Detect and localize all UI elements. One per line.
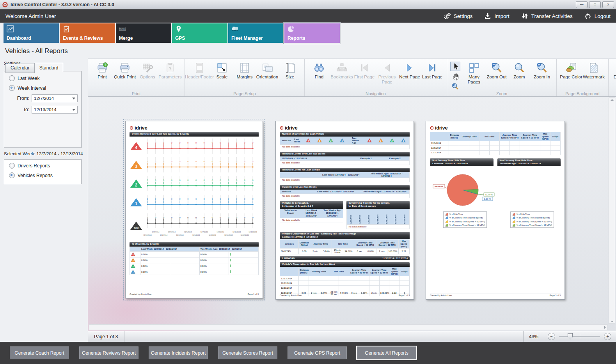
zoom-in-button[interactable]: Zoom In [531,61,553,80]
zoom-in-button[interactable]: + [604,333,611,340]
report-page-number: Page 2 of 3 [399,294,410,297]
to-date-combobox[interactable]: 12/13/2014 [32,106,78,114]
radio-vehicles-reports[interactable]: Vehicles Reports [9,172,81,178]
idrive-logo-icon [130,126,133,130]
nav-tab-fleet-manager[interactable]: Fleet Manager [228,23,284,43]
top-action-transfer-activities[interactable]: Transfer Activities [521,12,573,20]
generate-scores-report-button[interactable]: Generate Scores Report [218,346,277,359]
svg-text:MERGE: MERGE [119,28,126,30]
zoom-slider[interactable] [559,336,600,337]
svg-text:0: 0 [204,198,205,200]
last-page-button[interactable]: Last Page [421,61,444,80]
gps-value-cell [359,281,369,286]
from-date-combobox[interactable]: 12/7/2014 [32,94,78,102]
svg-text:2: 2 [135,183,137,187]
gps-summary-table: VehiclesDistance (Miles)Journey TimeIdle… [280,239,410,254]
app-icon [2,2,8,8]
report-type-panel: Drivers Reports Vehicles Reports [4,159,82,184]
gps-value-cell [459,146,469,150]
legend-entry: % of Journey Time (Speed > 50 MPH) [512,220,552,223]
nav-tab-reports[interactable]: Reports [284,23,340,43]
top-action-logout[interactable]: Logout [584,12,611,20]
coach-col-header: Vehicles to Coach [280,209,301,215]
zoom-small-icon [451,82,460,91]
scroll-up-icon[interactable] [611,99,614,101]
svg-text:0: 0 [236,198,237,200]
scroll-right-icon[interactable] [604,326,606,329]
top-action-import[interactable]: Import [484,12,509,20]
radio-drivers-circle[interactable] [9,163,15,169]
svg-text:0: 0 [155,160,156,163]
find-button[interactable]: Find [308,61,330,80]
nav-tab-gps[interactable]: GPS [172,23,227,43]
margins-button[interactable]: Margins [233,61,256,80]
severity-2-icon: 2 [130,178,143,188]
radio-last-week-circle[interactable] [9,75,15,81]
radio-week-interval[interactable]: Week Interval [9,85,81,91]
print-button[interactable]: ?Print [91,61,114,80]
watermark-button[interactable]: Watermark [582,61,605,80]
scroll-down-icon[interactable] [611,321,614,322]
horizontal-scrollbar[interactable] [89,324,607,330]
svg-text:0: 0 [171,179,172,181]
gps-col-header: Distance (Miles) [299,240,310,249]
gps-data-row: BMW740i0.092 min5.24%25 min 26 sec94.66%… [280,249,410,254]
tab-standard[interactable]: Standard [34,63,64,72]
scale-button[interactable]: Scale [211,61,233,80]
report-page-1[interactable]: idriveEvents Reviewed over Last Two Week… [125,121,263,298]
event-date-label: 12/7/2014 [350,215,352,224]
export-to-button[interactable]: PDFExport To [612,61,616,85]
report-page-2[interactable]: idriveNumber of Severities for Each Vehi… [275,121,414,300]
gps-value-cell [359,276,369,281]
svg-text:0.00 %: 0.00 % [484,198,491,200]
size-button[interactable]: Size [279,61,301,80]
gps-value-cell [510,150,520,155]
tab-calendar[interactable]: Calendar [5,64,35,73]
hand-tool[interactable] [450,72,460,81]
maximize-button[interactable]: □ [589,1,601,8]
gps-value-cell [540,150,550,155]
minimize-button[interactable]: — [576,1,588,8]
zoom-button[interactable]: Zoom [508,61,531,80]
zoom-out-button[interactable]: Zoom Out [485,61,508,80]
twoweeks-pct-cell: 0.00% [199,263,229,269]
bookmarks-icon [336,62,348,74]
page-indicator: Page 1 of 3 [88,331,124,342]
quick-print-button[interactable]: Quick Print [114,61,136,80]
gps-value-cell [530,141,540,146]
generate-reviews-report-button[interactable]: Generate Reviews Report [79,346,138,359]
nav-tab-dashboard[interactable]: Dashboard [4,23,59,43]
zoom-slider-thumb[interactable] [568,333,573,339]
many-pages-label: Many Pages [463,75,485,85]
generate-coach-report-button[interactable]: Generate Coach Report [10,346,69,359]
zoom-small-tool[interactable] [450,82,460,91]
report-page-3[interactable]: idriveDistance (Miles)Journey TimeIdle T… [426,121,565,300]
orientation-button[interactable]: Orientation [256,61,279,80]
vertical-scrollbar[interactable] [609,98,615,324]
radio-week-interval-circle[interactable] [9,85,15,91]
next-page-button[interactable]: Next Page [398,61,421,80]
radio-last-week[interactable]: Last Week [9,75,81,81]
generate-all-reports-button[interactable]: Generate All Reports [357,346,416,359]
severities-section-header: Number of Severities for Each Vehicle [280,132,410,137]
nav-tab-merge[interactable]: MERGEMerge [116,23,171,43]
generate-incidents-report-button[interactable]: Generate Incidents Report [149,346,208,359]
top-action-settings[interactable]: Settings [444,12,473,20]
gps-value-cell [359,286,369,290]
gps-col-header: Idle Time [329,267,349,276]
many-pages-button[interactable]: Many Pages [463,61,485,85]
from-combo-arrow-icon[interactable] [72,98,75,99]
svg-text:0: 0 [187,198,188,200]
close-button[interactable]: x [602,1,614,8]
nav-tab-events-reviews[interactable]: Events & Reviews [60,23,115,43]
radio-drivers-reports[interactable]: Drivers Reports [9,163,81,169]
margins-label: Margins [237,75,253,80]
nav-tab-label-gps: GPS [175,36,185,41]
pointer-tool[interactable] [450,62,460,71]
to-combo-arrow-icon[interactable] [72,109,75,111]
header-line: Severity 3 & 4 Events for the Vehicle, [349,202,408,205]
generate-gps-report-button[interactable]: Generate GPS Report [288,346,347,359]
page-color-button[interactable]: Page Color [560,61,582,80]
radio-vehicles-circle[interactable] [9,172,15,178]
zoom-out-button[interactable]: − [548,333,555,340]
